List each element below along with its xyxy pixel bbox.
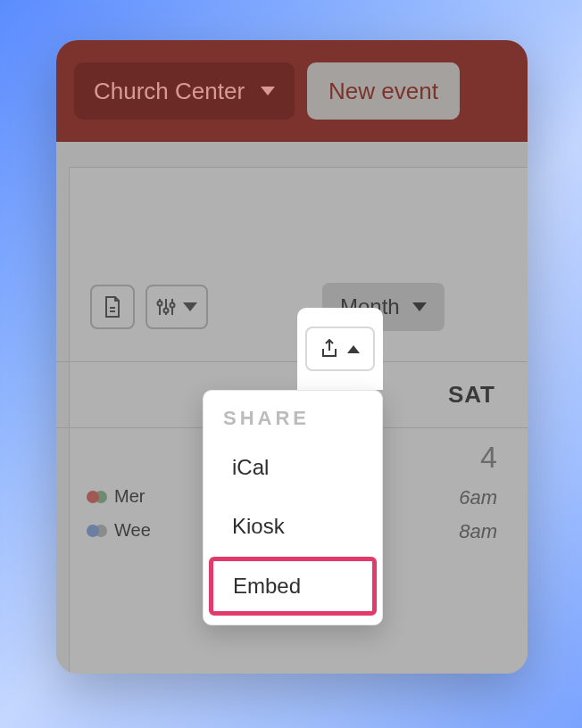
share-menu-item-ical[interactable]: iCal bbox=[209, 439, 377, 496]
share-menu-item-kiosk[interactable]: Kiosk bbox=[209, 498, 377, 555]
event-color-dots bbox=[87, 525, 107, 537]
document-icon bbox=[103, 295, 122, 318]
calendar-card: Church Center New event Mon bbox=[56, 40, 528, 674]
chevron-down-icon bbox=[183, 302, 197, 311]
new-event-button[interactable]: New event bbox=[307, 62, 460, 120]
filter-button[interactable] bbox=[146, 285, 208, 329]
svg-point-3 bbox=[158, 302, 162, 306]
divider bbox=[56, 361, 528, 362]
share-button-container bbox=[297, 308, 383, 390]
calendar-event[interactable]: Mer bbox=[87, 486, 145, 507]
calendar-select-label: Church Center bbox=[94, 78, 245, 105]
chevron-up-icon bbox=[347, 345, 360, 353]
svg-point-5 bbox=[164, 309, 169, 313]
svg-point-7 bbox=[170, 303, 175, 308]
share-menu-item-embed[interactable]: Embed bbox=[209, 557, 377, 616]
share-icon bbox=[320, 339, 338, 359]
share-menu: SHARE iCal Kiosk Embed bbox=[203, 390, 383, 625]
sliders-icon bbox=[156, 297, 176, 317]
calendar-event[interactable]: Wee bbox=[87, 520, 151, 541]
header-bar: Church Center New event bbox=[56, 40, 528, 142]
event-time: 8am bbox=[459, 520, 497, 543]
chevron-down-icon bbox=[261, 87, 275, 95]
event-label: Wee bbox=[114, 520, 151, 541]
event-time: 6am bbox=[459, 486, 497, 509]
event-color-dots bbox=[87, 491, 107, 503]
toolbar: Month bbox=[90, 283, 445, 331]
day-number: 4 bbox=[480, 440, 497, 475]
chevron-down-icon bbox=[412, 302, 427, 311]
share-menu-title: SHARE bbox=[204, 407, 382, 437]
document-button[interactable] bbox=[90, 285, 135, 329]
day-of-week-header: SAT bbox=[448, 381, 495, 409]
calendar-select-dropdown[interactable]: Church Center bbox=[74, 62, 295, 120]
event-label: Mer bbox=[114, 486, 145, 507]
share-button[interactable] bbox=[305, 327, 375, 371]
